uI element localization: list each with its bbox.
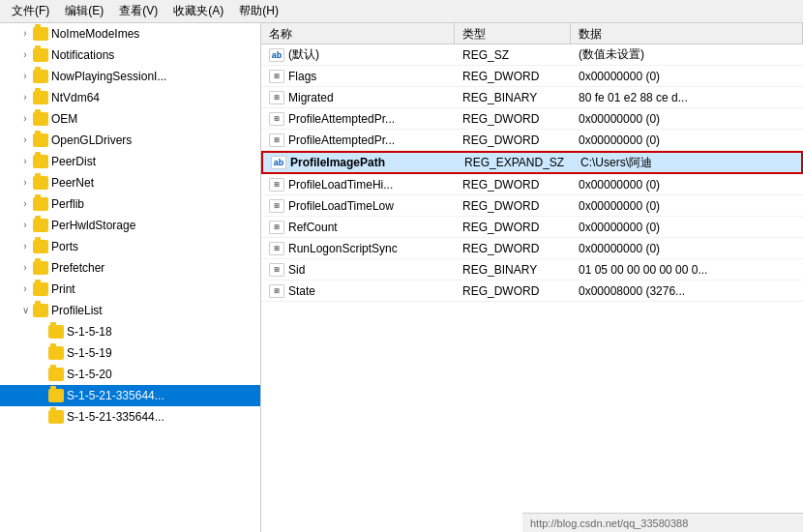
- tree-item-perhwldstorage[interactable]: ›PerHwldStorage: [0, 215, 260, 236]
- value-data-migrated: 80 fe 01 e2 88 ce d...: [571, 89, 803, 106]
- value-label: Flags: [288, 70, 316, 83]
- value-row-refcount[interactable]: ⊞RefCountREG_DWORD0x00000000 (0): [261, 217, 803, 238]
- folder-icon: [33, 197, 48, 211]
- reg-icon-bin: ⊞: [269, 70, 284, 83]
- value-data-flags: 0x00000000 (0): [571, 68, 803, 85]
- tree-item-notifications[interactable]: ›Notifications: [0, 44, 260, 66]
- value-row-profileloadtimehigh[interactable]: ⊞ProfileLoadTimeHi...REG_DWORD0x00000000…: [261, 174, 803, 195]
- tree-item-s1521a[interactable]: S-1-5-21-335644...: [0, 385, 260, 406]
- folder-icon: [33, 155, 48, 168]
- tree-item-prefetcher[interactable]: ›Prefetcher: [0, 257, 260, 279]
- folder-icon: [48, 368, 64, 381]
- tree-item-perflib[interactable]: ›Perflib: [0, 193, 260, 215]
- folder-icon: [33, 219, 48, 232]
- tree-item-label: S-1-5-20: [67, 368, 112, 381]
- folder-icon: [33, 304, 48, 317]
- tree-item-opengldrivers[interactable]: ›OpenGLDrivers: [0, 130, 260, 151]
- value-row-flags[interactable]: ⊞FlagsREG_DWORD0x00000000 (0): [261, 66, 803, 87]
- tree-item-s1518[interactable]: S-1-5-18: [0, 321, 260, 342]
- value-row-migrated[interactable]: ⊞MigratedREG_BINARY80 fe 01 e2 88 ce d..…: [261, 87, 803, 108]
- reg-icon-bin: ⊞: [269, 284, 284, 298]
- col-header-name[interactable]: 名称: [261, 23, 455, 44]
- tree-item-label: S-1-5-19: [67, 346, 112, 360]
- folder-icon: [33, 70, 48, 83]
- value-row-profileloadtimelow[interactable]: ⊞ProfileLoadTimeLowREG_DWORD0x00000000 (…: [261, 195, 803, 217]
- tree-item-profilelist[interactable]: ∨ProfileList: [0, 300, 260, 321]
- chevron-icon: ›: [19, 71, 31, 82]
- reg-icon-bin: ⊞: [269, 199, 284, 213]
- value-label: Sid: [288, 263, 305, 277]
- tree-item-label: NowPlayingSessionI...: [51, 70, 166, 83]
- value-row-runlogonscriptsync[interactable]: ⊞RunLogonScriptSyncREG_DWORD0x00000000 (…: [261, 238, 803, 259]
- tree-item-peerdist[interactable]: ›PeerDist: [0, 151, 260, 172]
- folder-icon: [33, 112, 48, 126]
- tree-item-noime[interactable]: ›NoImeModeImes: [0, 23, 260, 44]
- tree-scroll[interactable]: ›NoImeModeImes›Notifications›NowPlayingS…: [0, 23, 260, 532]
- menu-help[interactable]: 帮助(H): [231, 1, 286, 21]
- menu-edit[interactable]: 编辑(E): [57, 1, 111, 21]
- folder-icon: [33, 176, 48, 190]
- value-row-profileattempted1[interactable]: ⊞ProfileAttemptedPr...REG_DWORD0x0000000…: [261, 108, 803, 130]
- col-header-data[interactable]: 数据: [571, 23, 803, 44]
- value-data-profileloadtimelow: 0x00000000 (0): [571, 197, 803, 215]
- tree-item-label: PeerDist: [51, 155, 96, 168]
- value-row-state[interactable]: ⊞StateREG_DWORD0x00008000 (3276...: [261, 281, 803, 302]
- value-type-runlogonscriptsync: REG_DWORD: [455, 240, 571, 257]
- value-type-state: REG_DWORD: [455, 282, 571, 300]
- value-data-state: 0x00008000 (3276...: [571, 282, 803, 300]
- tree-item-oem[interactable]: ›OEM: [0, 108, 260, 130]
- value-type-profileloadtimelow: REG_DWORD: [455, 197, 571, 215]
- tree-item-peernet[interactable]: ›PeerNet: [0, 172, 260, 193]
- chevron-icon: [35, 347, 46, 359]
- reg-icon-bin: ⊞: [269, 221, 284, 234]
- value-label: ProfileLoadTimeLow: [288, 199, 394, 213]
- tree-item-label: S-1-5-21-335644...: [67, 410, 164, 424]
- folder-icon: [33, 91, 48, 104]
- value-row-sid[interactable]: ⊞SidREG_BINARY01 05 00 00 00 00 00 0...: [261, 259, 803, 281]
- tree-item-s1519[interactable]: S-1-5-19: [0, 342, 260, 364]
- chevron-icon: ›: [19, 156, 31, 167]
- tree-item-label: OEM: [51, 112, 77, 126]
- value-data-profileloadtimehigh: 0x00000000 (0): [571, 176, 803, 193]
- value-label: ProfileLoadTimeHi...: [288, 178, 393, 192]
- value-row-profileattempted2[interactable]: ⊞ProfileAttemptedPr...REG_DWORD0x0000000…: [261, 130, 803, 151]
- chevron-icon: ›: [19, 49, 31, 61]
- value-label: ProfileImagePath: [290, 156, 385, 169]
- folder-icon: [33, 27, 48, 41]
- tree-item-ports[interactable]: ›Ports: [0, 236, 260, 257]
- value-name-profileattempted1: ⊞ProfileAttemptedPr...: [261, 110, 455, 128]
- menu-favorites[interactable]: 收藏夹(A): [165, 1, 231, 21]
- value-name-profileloadtimelow: ⊞ProfileLoadTimeLow: [261, 197, 455, 215]
- chevron-icon: ›: [19, 220, 31, 231]
- chevron-icon: ›: [19, 28, 31, 40]
- value-name-default: ab(默认): [261, 44, 455, 65]
- menu-view[interactable]: 查看(V): [111, 1, 165, 21]
- chevron-icon: ›: [19, 177, 31, 189]
- value-row-default[interactable]: ab(默认)REG_SZ(数值未设置): [261, 44, 803, 66]
- value-name-profileloadtimehigh: ⊞ProfileLoadTimeHi...: [261, 176, 455, 193]
- values-panel: 名称 类型 数据 ab(默认)REG_SZ(数值未设置)⊞FlagsREG_DW…: [261, 23, 803, 532]
- tree-item-label: NtVdm64: [51, 91, 100, 104]
- tree-item-s1520[interactable]: S-1-5-20: [0, 364, 260, 385]
- tree-item-ntvdm64[interactable]: ›NtVdm64: [0, 87, 260, 108]
- tree-item-label: ProfileList: [51, 304, 103, 317]
- value-type-flags: REG_DWORD: [455, 68, 571, 85]
- value-data-refcount: 0x00000000 (0): [571, 219, 803, 236]
- folder-icon: [33, 48, 48, 62]
- tree-item-nowplaying[interactable]: ›NowPlayingSessionI...: [0, 66, 260, 87]
- tree-item-label: Print: [51, 282, 75, 296]
- col-header-type[interactable]: 类型: [455, 23, 571, 44]
- values-body[interactable]: ab(默认)REG_SZ(数值未设置)⊞FlagsREG_DWORD0x0000…: [261, 44, 803, 532]
- tree-item-label: Notifications: [51, 48, 114, 62]
- tree-item-s1521b[interactable]: S-1-5-21-335644...: [0, 406, 260, 428]
- value-data-runlogonscriptsync: 0x00000000 (0): [571, 240, 803, 257]
- chevron-icon: [35, 326, 46, 338]
- value-label: (默认): [288, 46, 319, 63]
- tree-panel: ›NoImeModeImes›Notifications›NowPlayingS…: [0, 23, 261, 532]
- value-label: ProfileAttemptedPr...: [288, 112, 395, 126]
- menu-file[interactable]: 文件(F): [4, 1, 57, 21]
- tree-item-print[interactable]: ›Print: [0, 279, 260, 300]
- reg-icon-bin: ⊞: [269, 178, 284, 192]
- value-data-profileattempted2: 0x00000000 (0): [571, 132, 803, 149]
- value-row-profileimagepath[interactable]: abProfileImagePathREG_EXPAND_SZC:\Users\…: [261, 151, 803, 174]
